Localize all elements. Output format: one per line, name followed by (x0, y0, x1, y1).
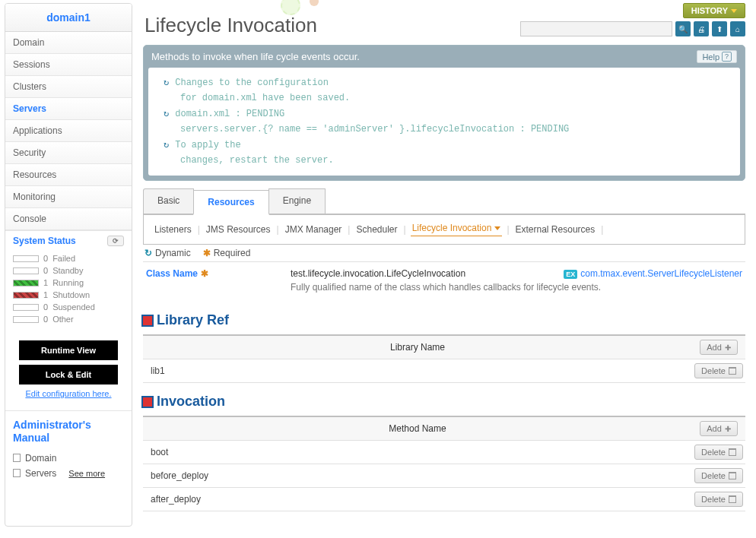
page-icon (13, 454, 21, 462)
subtab-scheduler[interactable]: Scheduler (354, 224, 399, 235)
export-icon[interactable]: ⬆ (712, 21, 727, 36)
cell-value[interactable]: boot (143, 441, 692, 464)
required-icon: ✱ (201, 268, 208, 279)
tab-engine[interactable]: Engine (268, 188, 326, 214)
trash-icon (729, 495, 736, 503)
search-input[interactable] (520, 21, 672, 36)
manual-title: Administrator's Manual (13, 419, 124, 445)
section-icon (143, 316, 152, 325)
message-heading: Methods to invoke when life cycle events… (151, 51, 360, 62)
sidebar-item-domain[interactable]: Domain (5, 32, 132, 54)
chevron-down-icon (731, 9, 737, 13)
sidebar-item-monitoring[interactable]: Monitoring (5, 186, 132, 208)
see-more-link[interactable]: See more (68, 469, 105, 478)
search-icon[interactable]: 🔍 (675, 21, 691, 36)
delete-button[interactable]: Delete (694, 468, 743, 483)
status-row: 0Failed (13, 252, 124, 264)
domain-title[interactable]: domain1 (5, 4, 132, 32)
page-icon (13, 469, 21, 477)
library-add-button[interactable]: Add✚ (700, 340, 738, 355)
print-icon[interactable]: 🖨 (694, 21, 709, 36)
sidebar-item-console[interactable]: Console (5, 208, 132, 230)
invocation-row: bootDelete (143, 441, 745, 464)
refresh-icon[interactable]: ⟳ (107, 236, 124, 246)
library-ref-title: Library Ref (143, 312, 745, 328)
required-label: Required (214, 248, 251, 258)
sidebar: domain1 DomainSessionsClustersServersApp… (5, 3, 132, 527)
status-row: 1Running (13, 277, 124, 289)
runtime-view-button[interactable]: Runtime View (19, 340, 118, 360)
refresh-icon: ↻ (164, 138, 169, 153)
invocation-row: before_deployDelete (143, 464, 745, 488)
chevron-down-icon (494, 226, 500, 230)
status-row: 1Shutdown (13, 289, 124, 301)
cell-value[interactable]: lib1 (143, 359, 692, 382)
subtab-jmx-manager[interactable]: JMX Manager (284, 224, 344, 235)
tab-basic[interactable]: Basic (143, 188, 194, 214)
invocation-row: after_deployDelete (143, 488, 745, 511)
section-icon (143, 397, 152, 407)
sidebar-item-resources[interactable]: Resources (5, 164, 132, 186)
status-row: 0Suspended (13, 301, 124, 313)
field-class-name-label: Class Name (146, 268, 198, 279)
sidebar-item-clusters[interactable]: Clusters (5, 76, 132, 98)
field-class-name-desc: Fully qualified name of the class which … (291, 282, 742, 293)
manual-item[interactable]: ServersSee more (13, 466, 124, 481)
subtab-lifecycle-invocation[interactable]: Lifecycle Invocation (411, 223, 503, 236)
example-link[interactable]: EXcom.tmax.event.ServerLifecycleListener (564, 268, 742, 279)
plus-icon: ✚ (725, 425, 731, 433)
status-row: 0Standby (13, 264, 124, 277)
edit-configuration-link[interactable]: Edit configuration here. (5, 389, 132, 398)
sidebar-item-security[interactable]: Security (5, 142, 132, 164)
sidebar-item-sessions[interactable]: Sessions (5, 54, 132, 76)
trash-icon (729, 367, 736, 375)
cell-value[interactable]: after_deploy (143, 488, 692, 511)
status-row: 0Other (13, 313, 124, 325)
status-swatch (13, 304, 39, 311)
sidebar-item-applications[interactable]: Applications (5, 120, 132, 142)
refresh-icon: ↻ (164, 106, 169, 122)
delete-button[interactable]: Delete (694, 445, 743, 460)
invocation-column-header: Method Name (143, 417, 692, 440)
manual-item[interactable]: Domain (13, 451, 124, 466)
status-swatch (13, 280, 39, 286)
delete-button[interactable]: Delete (694, 492, 743, 507)
subtab-jms-resources[interactable]: JMS Resources (205, 224, 272, 235)
status-swatch (13, 255, 39, 262)
subtab-listeners[interactable]: Listeners (153, 224, 193, 235)
home-icon[interactable]: ⌂ (730, 21, 745, 36)
field-class-name-value: test.lifecycle.invocation.LifeCycleInvoc… (291, 268, 465, 279)
subtab-external-resources[interactable]: External Resources (514, 224, 597, 235)
lock-edit-button[interactable]: Lock & Edit (19, 365, 118, 385)
invocation-title: Invocation (143, 394, 745, 410)
status-swatch (13, 267, 39, 274)
status-swatch (13, 316, 39, 323)
plus-icon: ✚ (725, 343, 731, 352)
delete-button[interactable]: Delete (694, 363, 743, 378)
invocation-add-button[interactable]: Add✚ (700, 421, 738, 436)
library-column-header: Library Name (143, 336, 692, 359)
help-button[interactable]: Help (697, 50, 737, 63)
dynamic-icon: ↻ (145, 248, 152, 258)
tab-resources[interactable]: Resources (193, 190, 268, 215)
library-row: lib1Delete (143, 359, 745, 383)
sidebar-item-servers[interactable]: Servers (5, 98, 132, 120)
system-status-label: System Status (13, 236, 76, 246)
cell-value[interactable]: before_deploy (143, 464, 692, 487)
message-box: Methods to invoke when life cycle events… (143, 45, 745, 181)
status-swatch (13, 292, 39, 299)
dynamic-label: Dynamic (155, 248, 191, 258)
history-button[interactable]: HISTORY (683, 3, 745, 18)
refresh-icon: ↻ (164, 75, 169, 90)
trash-icon (729, 448, 736, 456)
required-icon: ✱ (203, 248, 211, 258)
trash-icon (729, 472, 736, 479)
